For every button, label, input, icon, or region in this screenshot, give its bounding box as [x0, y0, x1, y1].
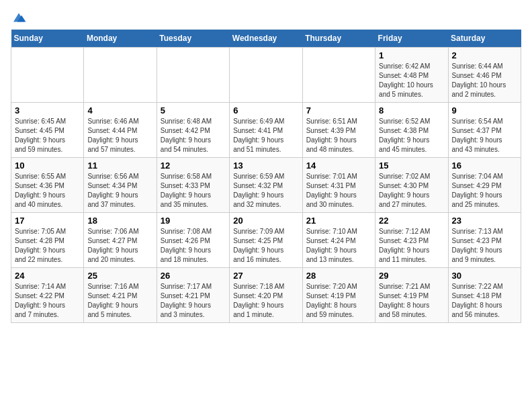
calendar-day-29: 29Sunrise: 7:21 AM Sunset: 4:19 PM Dayli… — [375, 268, 448, 323]
calendar-day-20: 20Sunrise: 7:09 AM Sunset: 4:25 PM Dayli… — [230, 213, 302, 268]
day-info: Sunrise: 6:42 AM Sunset: 4:48 PM Dayligh… — [379, 62, 444, 99]
day-info: Sunrise: 6:49 AM Sunset: 4:41 PM Dayligh… — [233, 117, 298, 154]
logo-icon — [11, 11, 27, 24]
day-number: 7 — [306, 105, 371, 116]
calendar-day-26: 26Sunrise: 7:17 AM Sunset: 4:21 PM Dayli… — [157, 268, 229, 323]
calendar-week-5: 24Sunrise: 7:14 AM Sunset: 4:22 PM Dayli… — [11, 268, 521, 323]
day-number: 28 — [306, 271, 371, 281]
calendar-day-21: 21Sunrise: 7:10 AM Sunset: 4:24 PM Dayli… — [302, 213, 375, 268]
day-number: 10 — [15, 161, 80, 171]
day-number: 5 — [161, 105, 226, 116]
calendar-empty — [84, 48, 157, 103]
weekday-header-wednesday: Wednesday — [230, 30, 302, 48]
calendar-day-16: 16Sunrise: 7:04 AM Sunset: 4:29 PM Dayli… — [448, 158, 521, 213]
calendar-week-2: 3Sunrise: 6:45 AM Sunset: 4:45 PM Daylig… — [11, 103, 521, 158]
calendar-day-30: 30Sunrise: 7:22 AM Sunset: 4:18 PM Dayli… — [448, 268, 521, 323]
day-number: 3 — [15, 105, 80, 116]
calendar-header: SundayMondayTuesdayWednesdayThursdayFrid… — [11, 30, 521, 48]
calendar-day-18: 18Sunrise: 7:06 AM Sunset: 4:27 PM Dayli… — [84, 213, 157, 268]
day-info: Sunrise: 6:58 AM Sunset: 4:33 PM Dayligh… — [161, 172, 226, 210]
day-number: 12 — [161, 161, 226, 171]
day-info: Sunrise: 7:05 AM Sunset: 4:28 PM Dayligh… — [15, 227, 80, 265]
day-number: 18 — [87, 216, 152, 226]
day-number: 13 — [233, 161, 298, 171]
day-number: 4 — [87, 105, 152, 116]
calendar-day-22: 22Sunrise: 7:12 AM Sunset: 4:23 PM Dayli… — [375, 213, 448, 268]
calendar-day-25: 25Sunrise: 7:16 AM Sunset: 4:21 PM Dayli… — [84, 268, 157, 323]
day-info: Sunrise: 6:44 AM Sunset: 4:46 PM Dayligh… — [452, 62, 517, 99]
day-number: 24 — [15, 271, 80, 281]
calendar-day-2: 2Sunrise: 6:44 AM Sunset: 4:46 PM Daylig… — [448, 48, 521, 103]
day-info: Sunrise: 7:22 AM Sunset: 4:18 PM Dayligh… — [452, 282, 517, 320]
weekday-header-saturday: Saturday — [448, 30, 521, 48]
day-number: 8 — [379, 105, 444, 116]
calendar-table: SundayMondayTuesdayWednesdayThursdayFrid… — [11, 30, 521, 323]
day-number: 14 — [306, 161, 371, 171]
calendar-day-1: 1Sunrise: 6:42 AM Sunset: 4:48 PM Daylig… — [375, 48, 448, 103]
day-info: Sunrise: 6:56 AM Sunset: 4:34 PM Dayligh… — [87, 172, 152, 210]
day-number: 22 — [379, 216, 444, 226]
calendar-empty — [230, 48, 302, 103]
day-number: 2 — [452, 50, 517, 60]
day-number: 27 — [233, 271, 298, 281]
day-info: Sunrise: 7:18 AM Sunset: 4:20 PM Dayligh… — [233, 282, 298, 320]
weekday-header-monday: Monday — [84, 30, 157, 48]
calendar-day-8: 8Sunrise: 6:52 AM Sunset: 4:38 PM Daylig… — [375, 103, 448, 158]
calendar-empty — [157, 48, 229, 103]
day-number: 19 — [161, 216, 226, 226]
calendar-day-10: 10Sunrise: 6:55 AM Sunset: 4:36 PM Dayli… — [11, 158, 84, 213]
calendar-day-24: 24Sunrise: 7:14 AM Sunset: 4:22 PM Dayli… — [11, 268, 84, 323]
day-info: Sunrise: 6:51 AM Sunset: 4:39 PM Dayligh… — [306, 117, 371, 154]
day-info: Sunrise: 7:09 AM Sunset: 4:25 PM Dayligh… — [233, 227, 298, 265]
day-info: Sunrise: 7:10 AM Sunset: 4:24 PM Dayligh… — [306, 227, 371, 265]
day-info: Sunrise: 6:54 AM Sunset: 4:37 PM Dayligh… — [452, 117, 517, 154]
calendar-week-3: 10Sunrise: 6:55 AM Sunset: 4:36 PM Dayli… — [11, 158, 521, 213]
day-number: 15 — [379, 161, 444, 171]
day-number: 20 — [233, 216, 298, 226]
day-number: 25 — [87, 271, 152, 281]
day-info: Sunrise: 7:16 AM Sunset: 4:21 PM Dayligh… — [87, 282, 152, 320]
weekday-header-sunday: Sunday — [11, 30, 84, 48]
calendar-week-1: 1Sunrise: 6:42 AM Sunset: 4:48 PM Daylig… — [11, 48, 521, 103]
day-number: 6 — [233, 105, 298, 116]
calendar-day-7: 7Sunrise: 6:51 AM Sunset: 4:39 PM Daylig… — [302, 103, 375, 158]
calendar-day-14: 14Sunrise: 7:01 AM Sunset: 4:31 PM Dayli… — [302, 158, 375, 213]
calendar-day-17: 17Sunrise: 7:05 AM Sunset: 4:28 PM Dayli… — [11, 213, 84, 268]
day-number: 9 — [452, 105, 517, 116]
calendar-day-28: 28Sunrise: 7:20 AM Sunset: 4:19 PM Dayli… — [302, 268, 375, 323]
day-number: 1 — [379, 50, 444, 60]
day-info: Sunrise: 6:55 AM Sunset: 4:36 PM Dayligh… — [15, 172, 80, 210]
day-info: Sunrise: 7:08 AM Sunset: 4:26 PM Dayligh… — [161, 227, 226, 265]
day-info: Sunrise: 7:02 AM Sunset: 4:30 PM Dayligh… — [379, 172, 444, 210]
calendar-day-4: 4Sunrise: 6:46 AM Sunset: 4:44 PM Daylig… — [84, 103, 157, 158]
day-number: 21 — [306, 216, 371, 226]
day-number: 16 — [452, 161, 517, 171]
day-info: Sunrise: 7:21 AM Sunset: 4:19 PM Dayligh… — [379, 282, 444, 320]
weekday-header-thursday: Thursday — [302, 30, 375, 48]
calendar-week-4: 17Sunrise: 7:05 AM Sunset: 4:28 PM Dayli… — [11, 213, 521, 268]
day-info: Sunrise: 6:48 AM Sunset: 4:42 PM Dayligh… — [161, 117, 226, 154]
day-number: 17 — [15, 216, 80, 226]
calendar-body: 1Sunrise: 6:42 AM Sunset: 4:48 PM Daylig… — [11, 48, 521, 323]
logo — [11, 11, 30, 24]
calendar-day-9: 9Sunrise: 6:54 AM Sunset: 4:37 PM Daylig… — [448, 103, 521, 158]
calendar-day-6: 6Sunrise: 6:49 AM Sunset: 4:41 PM Daylig… — [230, 103, 302, 158]
header — [11, 11, 521, 24]
day-number: 26 — [161, 271, 226, 281]
day-info: Sunrise: 6:59 AM Sunset: 4:32 PM Dayligh… — [233, 172, 298, 210]
day-number: 30 — [452, 271, 517, 281]
day-info: Sunrise: 7:01 AM Sunset: 4:31 PM Dayligh… — [306, 172, 371, 210]
day-number: 23 — [452, 216, 517, 226]
day-info: Sunrise: 7:04 AM Sunset: 4:29 PM Dayligh… — [452, 172, 517, 210]
day-info: Sunrise: 7:14 AM Sunset: 4:22 PM Dayligh… — [15, 282, 80, 320]
calendar-empty — [11, 48, 84, 103]
day-info: Sunrise: 6:45 AM Sunset: 4:45 PM Dayligh… — [15, 117, 80, 154]
calendar-day-15: 15Sunrise: 7:02 AM Sunset: 4:30 PM Dayli… — [375, 158, 448, 213]
calendar-day-5: 5Sunrise: 6:48 AM Sunset: 4:42 PM Daylig… — [157, 103, 229, 158]
day-info: Sunrise: 7:17 AM Sunset: 4:21 PM Dayligh… — [161, 282, 226, 320]
day-info: Sunrise: 7:13 AM Sunset: 4:23 PM Dayligh… — [452, 227, 517, 265]
calendar-day-27: 27Sunrise: 7:18 AM Sunset: 4:20 PM Dayli… — [230, 268, 302, 323]
weekday-header-friday: Friday — [375, 30, 448, 48]
day-info: Sunrise: 7:20 AM Sunset: 4:19 PM Dayligh… — [306, 282, 371, 320]
day-info: Sunrise: 6:46 AM Sunset: 4:44 PM Dayligh… — [87, 117, 152, 154]
